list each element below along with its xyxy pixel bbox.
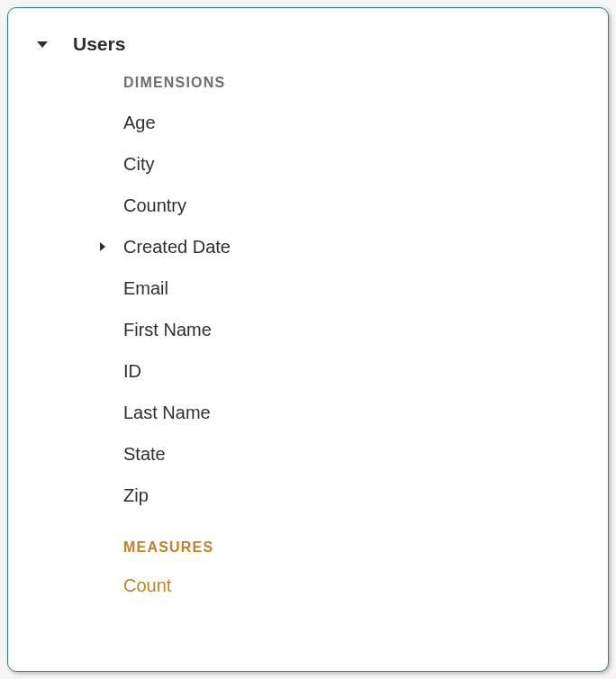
field-city[interactable]: City <box>8 143 608 185</box>
field-label: Age <box>123 113 156 133</box>
field-country[interactable]: Country <box>8 185 608 226</box>
field-age[interactable]: Age <box>8 102 608 143</box>
field-count[interactable]: Count <box>8 565 608 606</box>
field-state[interactable]: State <box>8 433 608 475</box>
field-label: State <box>123 444 166 465</box>
view-title: Users <box>73 33 125 55</box>
field-label: City <box>123 154 154 175</box>
dimensions-section-header: DIMENSIONS <box>8 75 608 91</box>
field-first-name[interactable]: First Name <box>8 309 608 350</box>
field-label: Country <box>123 195 186 216</box>
field-last-name[interactable]: Last Name <box>8 392 608 433</box>
field-label: Email <box>123 278 168 299</box>
field-zip[interactable]: Zip <box>8 475 608 516</box>
field-email[interactable]: Email <box>8 267 608 309</box>
collapse-arrow-icon <box>37 41 48 48</box>
field-id[interactable]: ID <box>8 350 608 392</box>
field-label: ID <box>123 361 141 382</box>
measures-section-header: MEASURES <box>8 539 608 556</box>
expand-arrow-icon <box>96 242 109 251</box>
field-label: Created Date <box>123 237 231 258</box>
field-picker-panel: Users DIMENSIONS Age City Country Create… <box>7 7 609 672</box>
view-header-users[interactable]: Users <box>8 33 608 55</box>
field-label: First Name <box>123 320 212 340</box>
field-label: Zip <box>123 485 149 506</box>
field-created-date[interactable]: Created Date <box>8 226 608 267</box>
field-label: Last Name <box>123 403 211 423</box>
field-label: Count <box>123 575 171 596</box>
